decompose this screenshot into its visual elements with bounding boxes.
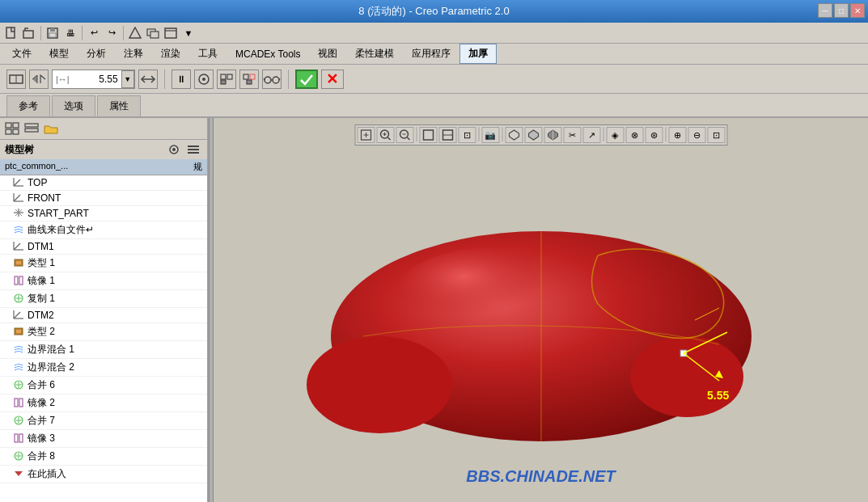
tree-item[interactable]: FRONT	[0, 191, 207, 206]
vp-named-view[interactable]: ⊡	[458, 127, 476, 143]
svg-point-21	[265, 77, 271, 83]
tree-more-icon[interactable]	[184, 141, 202, 158]
maximize-button[interactable]: □	[834, 3, 849, 18]
vp-view-type1[interactable]	[419, 127, 437, 143]
vp-view-type2[interactable]	[438, 127, 456, 143]
regen-icon[interactable]	[127, 25, 143, 41]
menu-flexible[interactable]: 柔性建模	[346, 44, 403, 64]
menu-model[interactable]: 模型	[40, 44, 78, 64]
window-icon[interactable]	[163, 25, 179, 41]
feature-tools-icon2[interactable]	[239, 70, 259, 89]
new-icon[interactable]	[3, 25, 19, 41]
tree-item-label: 边界混合 1	[28, 343, 74, 356]
menu-view[interactable]: 视图	[309, 44, 346, 64]
vp-display1[interactable]	[505, 127, 523, 143]
menu-mcadex[interactable]: MCADEx Tools	[227, 45, 309, 63]
tree-item[interactable]: DTM2	[0, 308, 207, 323]
svg-rect-20	[247, 80, 252, 84]
svg-line-59	[14, 312, 20, 318]
save-icon[interactable]	[44, 25, 61, 41]
tree-icon-folder[interactable]	[42, 120, 60, 137]
window-controls[interactable]: ─ □ ✕	[818, 3, 865, 18]
tree-subheader-name: ptc_common_...	[5, 161, 193, 173]
vp-camera[interactable]: 📷	[481, 127, 499, 143]
pause-icon[interactable]: ⏸	[171, 70, 191, 89]
flip-direction-icon[interactable]	[138, 70, 158, 89]
menu-render[interactable]: 渲染	[152, 44, 189, 64]
switch-window-icon[interactable]	[145, 25, 161, 41]
tree-item[interactable]: 镜像 1	[0, 272, 207, 290]
vp-extra2[interactable]: ⊖	[688, 127, 705, 143]
viewport[interactable]: ⊡ 📷 ✂ ↗ ◈ ⊗ ⊛ ⊕ ⊖ ⊡	[214, 118, 868, 502]
svg-rect-36	[188, 152, 199, 154]
tree-item[interactable]: START_PART	[0, 206, 207, 221]
tree-item[interactable]: 合并 8	[0, 448, 207, 466]
cmd-separator-2	[288, 70, 289, 89]
feature-tools-icon1[interactable]	[217, 70, 236, 89]
menu-annotation[interactable]: 注释	[115, 44, 152, 64]
vp-display5[interactable]: ↗	[582, 127, 600, 143]
tab-references[interactable]: 参考	[6, 95, 50, 116]
tree-item[interactable]: 边界混合 1	[0, 341, 207, 359]
tree-item[interactable]: 曲线来自文件↵	[0, 221, 207, 239]
vp-spin[interactable]: ⊗	[625, 127, 643, 143]
tree-item-icon	[13, 416, 24, 427]
tree-item[interactable]: DTM1	[0, 239, 207, 255]
tree-item-icon	[13, 344, 24, 356]
tree-item[interactable]: 镜像 2	[0, 394, 207, 412]
vp-extra3[interactable]: ⊡	[707, 127, 725, 143]
redo-icon[interactable]: ↪	[104, 25, 120, 41]
vp-zoom-fit[interactable]	[357, 127, 375, 143]
menu-apps[interactable]: 应用程序	[403, 44, 459, 64]
vp-display3[interactable]	[544, 127, 561, 143]
vp-display4[interactable]: ✂	[563, 127, 581, 143]
svg-rect-4	[49, 33, 56, 37]
solid-side-icon[interactable]	[6, 70, 26, 89]
tree-icon-layers[interactable]	[23, 120, 40, 137]
tree-settings-icon[interactable]	[165, 141, 183, 158]
tree-item[interactable]: 合并 6	[0, 377, 207, 394]
glasses-icon[interactable]	[262, 70, 282, 89]
menu-analysis[interactable]: 分析	[78, 44, 115, 64]
menu-thicken[interactable]: 加厚	[459, 44, 497, 64]
preview-icon[interactable]	[194, 70, 214, 89]
tree-item[interactable]: 复制 1	[0, 290, 207, 308]
svg-rect-19	[250, 74, 255, 79]
close-button[interactable]: ✕	[850, 3, 865, 18]
main-layout: 模型树 ptc_common_... 规 TOPFRONTSTART_PART曲…	[0, 118, 868, 502]
tree-item-label: 类型 1	[28, 256, 55, 270]
flip-side-icon[interactable]	[29, 70, 49, 89]
vp-zoom-out[interactable]	[396, 127, 413, 143]
open-icon[interactable]	[21, 25, 37, 41]
tree-icon-grid[interactable]	[3, 120, 21, 137]
tree-item[interactable]: 合并 7	[0, 412, 207, 430]
minimize-button[interactable]: ─	[818, 3, 832, 18]
undo-icon[interactable]: ↩	[86, 25, 102, 41]
svg-rect-35	[188, 149, 199, 150]
confirm-button[interactable]	[295, 70, 318, 89]
cancel-button[interactable]: ✕	[321, 70, 344, 89]
tab-options[interactable]: 选项	[52, 95, 95, 116]
menu-file[interactable]: 文件	[3, 44, 40, 64]
menu-tools[interactable]: 工具	[189, 44, 227, 64]
tree-item[interactable]: 边界混合 2	[0, 359, 207, 377]
tree-item[interactable]: 类型 2	[0, 323, 207, 341]
vp-extra1[interactable]: ⊕	[668, 127, 686, 143]
vp-lights[interactable]: ⊛	[645, 127, 663, 143]
dim-dropdown-arrow[interactable]: ▼	[121, 70, 134, 88]
svg-rect-53	[19, 276, 23, 285]
tree-item[interactable]: 镜像 3	[0, 430, 207, 448]
tree-item[interactable]: 在此插入	[0, 466, 207, 483]
tab-properties[interactable]: 属性	[97, 95, 141, 116]
vp-display2[interactable]	[524, 127, 542, 143]
tree-item-icon	[13, 276, 24, 287]
svg-rect-66	[19, 399, 23, 407]
tree-item-label: 边界混合 2	[28, 361, 74, 374]
vp-rotate[interactable]: ◈	[606, 127, 624, 143]
vp-zoom-in[interactable]	[376, 127, 394, 143]
tree-item[interactable]: TOP	[0, 175, 207, 191]
tree-item[interactable]: 类型 1	[0, 255, 207, 272]
help-dropdown-icon[interactable]: ▼	[180, 25, 197, 41]
print-icon[interactable]: 🖶	[62, 25, 78, 41]
dimension-input[interactable]: 5.55	[73, 71, 121, 87]
